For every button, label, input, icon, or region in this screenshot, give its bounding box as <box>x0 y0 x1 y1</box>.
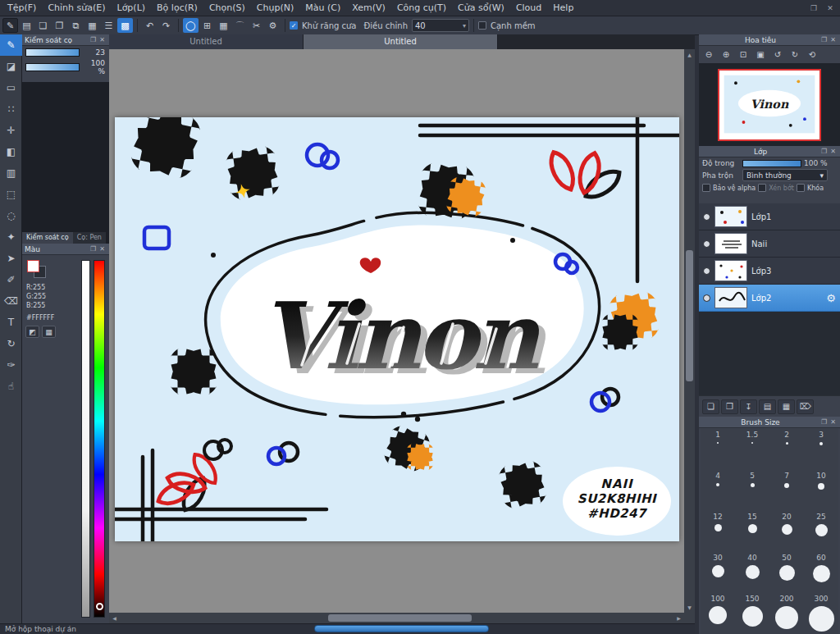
scroll-up-icon[interactable]: ▲ <box>684 49 695 60</box>
menu-item-file[interactable]: Tệp(F) <box>2 0 42 16</box>
tool-select-pen-button[interactable]: ✐ <box>0 269 22 290</box>
brush-size-preset[interactable]: 5 <box>735 470 769 510</box>
merge-layer-button[interactable]: ▦ <box>778 399 795 414</box>
add-layer-button[interactable]: ❏ <box>702 399 719 414</box>
brush-size-preset[interactable]: 12 <box>701 511 735 551</box>
menu-item-color[interactable]: Màu (C) <box>299 0 346 16</box>
close-icon[interactable]: ✕ <box>829 148 838 155</box>
antialias-checkbox[interactable]: ✓ <box>290 21 298 30</box>
layer-row-selected[interactable]: Lớp2 ⚙ <box>699 285 840 312</box>
panel-toggle-button[interactable]: ❐ <box>52 18 67 33</box>
snap-settings-button[interactable]: ⚙ <box>265 18 281 33</box>
zoom-100-icon[interactable]: ▣ <box>752 48 769 61</box>
layer-row[interactable]: Lớp3 <box>699 258 840 285</box>
brush-preview-button[interactable]: ✎ <box>2 18 18 33</box>
bottom-scroll-pill[interactable] <box>314 625 489 632</box>
layer-visibility-icon[interactable] <box>703 213 710 221</box>
menu-item-edit[interactable]: Chỉnh sửa(E) <box>42 0 111 16</box>
dock-close-icon[interactable]: ✕ <box>824 4 837 12</box>
brush-size-preset[interactable]: 100 <box>701 593 735 633</box>
brush-shape-button[interactable]: ◯ <box>183 18 199 33</box>
popout-icon[interactable]: ❐ <box>89 245 98 253</box>
panel-toggle-button[interactable]: ▤ <box>19 18 34 33</box>
layer-opacity-slider[interactable] <box>742 160 801 167</box>
zoom-fit-icon[interactable]: ⊡ <box>735 48 751 61</box>
brush-opacity-slider[interactable] <box>25 63 80 71</box>
brush-size-preset[interactable]: 1.5 <box>735 429 769 469</box>
document-tab[interactable]: Untitled <box>109 34 304 49</box>
zoom-in-icon[interactable]: ⊕ <box>718 48 734 61</box>
navigator-view-rect[interactable]: Vinon <box>718 69 821 141</box>
close-icon[interactable]: ✕ <box>829 418 838 426</box>
tab-brush-pen[interactable]: Cọ: Pen <box>73 232 106 244</box>
brush-size-preset[interactable]: 2 <box>769 429 804 469</box>
tool-brush-button[interactable]: ✎ <box>0 34 22 56</box>
tab-brush-control[interactable]: Kiểm soát cọ <box>22 232 73 244</box>
redo-button[interactable]: ↷ <box>158 18 174 33</box>
menu-item-window[interactable]: Cửa sổ(W) <box>452 0 510 16</box>
tool-magic-wand-button[interactable]: ✦ <box>0 226 22 248</box>
layer-visibility-icon[interactable] <box>703 267 710 275</box>
popout-icon[interactable]: ❐ <box>819 418 829 426</box>
scroll-right-icon[interactable]: ▶ <box>673 613 684 623</box>
scroll-down-icon[interactable]: ▼ <box>684 602 695 613</box>
alpha-lock-checkbox[interactable] <box>702 184 710 192</box>
scroll-left-icon[interactable]: ◀ <box>109 613 120 623</box>
tool-fill-button[interactable]: ◧ <box>0 141 22 162</box>
clipping-checkbox[interactable] <box>758 184 766 192</box>
brush-size-slider[interactable] <box>25 48 80 57</box>
zoom-out-icon[interactable]: ⊖ <box>701 48 717 61</box>
horizontal-scrollbar[interactable]: ◀ ▶ <box>109 613 684 623</box>
brush-size-preset[interactable]: 200 <box>769 593 804 633</box>
pixel-grid-button[interactable]: ▦ <box>216 18 231 33</box>
brush-size-preset[interactable]: 150 <box>735 593 769 633</box>
trim-button[interactable]: ✂ <box>249 18 264 33</box>
duplicate-layer-button[interactable]: ❐ <box>721 399 738 414</box>
tool-select-button[interactable]: ⬚ <box>0 184 22 205</box>
palette-button[interactable]: ◩ <box>25 326 39 338</box>
menu-item-tools[interactable]: Công cụ(T) <box>391 0 452 16</box>
blend-mode-dropdown[interactable]: Bình thường ▾ <box>742 169 828 181</box>
brush-size-preset[interactable]: 10 <box>804 470 838 510</box>
close-icon[interactable]: ✕ <box>98 245 107 253</box>
delete-layer-button[interactable]: ⌦ <box>797 399 814 414</box>
canvas-artwork[interactable]: Vinon Vinon <box>115 117 679 541</box>
reset-rotation-icon[interactable]: ⟲ <box>804 48 820 61</box>
add-folder-button[interactable]: ▤ <box>759 399 776 414</box>
menu-item-help[interactable]: Help <box>547 0 579 16</box>
close-icon[interactable]: ✕ <box>829 36 838 43</box>
brush-size-preset[interactable]: 20 <box>769 511 804 551</box>
brush-size-preset[interactable]: 4 <box>701 470 735 510</box>
canvas-viewport[interactable]: Vinon Vinon <box>109 49 695 623</box>
foreground-color-swatch[interactable] <box>27 260 39 272</box>
menu-item-view[interactable]: Xem(V) <box>346 0 391 16</box>
curve-snap-button[interactable]: ⌒ <box>232 18 248 33</box>
tool-select-eraser-button[interactable]: ⌫ <box>0 290 22 312</box>
rotate-cw-icon[interactable]: ↻ <box>787 48 803 61</box>
tool-scatter-button[interactable]: ∷ <box>0 98 22 120</box>
menu-item-cloud[interactable]: Cloud <box>510 0 547 16</box>
tool-eraser-button[interactable]: ◪ <box>0 56 22 77</box>
panel-toggle-button[interactable]: ❏ <box>35 18 51 33</box>
undo-button[interactable]: ↶ <box>142 18 158 33</box>
brush-size-preset[interactable]: 15 <box>735 511 769 551</box>
transparent-color-button[interactable]: ▦ <box>42 326 56 338</box>
lock-checkbox[interactable] <box>797 184 805 192</box>
transfer-layer-button[interactable]: ↧ <box>740 399 757 414</box>
panel-toggle-button[interactable]: ⧉ <box>68 18 84 33</box>
menu-item-filter[interactable]: Bộ lọc(R) <box>151 0 203 16</box>
menu-item-select[interactable]: Chọn(S) <box>203 0 251 16</box>
vertical-scroll-thumb[interactable] <box>686 250 693 381</box>
close-icon[interactable]: ✕ <box>98 36 107 43</box>
rotate-ccw-icon[interactable]: ↺ <box>769 48 786 61</box>
brush-size-preset[interactable]: 30 <box>701 552 735 592</box>
dock-popout-icon[interactable]: ❐ <box>807 4 820 12</box>
tool-rotate-view-button[interactable]: ↻ <box>0 333 22 354</box>
vertical-scrollbar[interactable]: ▲ ▼ <box>684 49 695 613</box>
tool-move-button[interactable]: ✛ <box>0 120 22 141</box>
brush-size-preset[interactable]: 1 <box>701 429 735 469</box>
hue-slider[interactable] <box>94 260 105 618</box>
brush-size-preset[interactable]: 3 <box>804 429 838 469</box>
layer-visibility-icon[interactable] <box>703 240 710 248</box>
popout-icon[interactable]: ❐ <box>819 148 829 155</box>
